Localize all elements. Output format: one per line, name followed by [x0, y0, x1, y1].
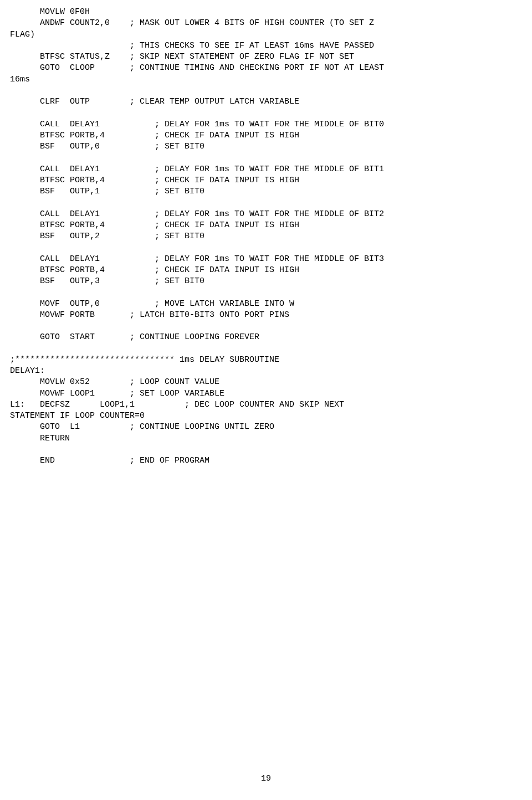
assembly-code-listing: MOVLW 0F0H ANDWF COUNT2,0 ; MASK OUT LOW…: [10, 7, 522, 466]
page-number: 19: [0, 773, 532, 784]
